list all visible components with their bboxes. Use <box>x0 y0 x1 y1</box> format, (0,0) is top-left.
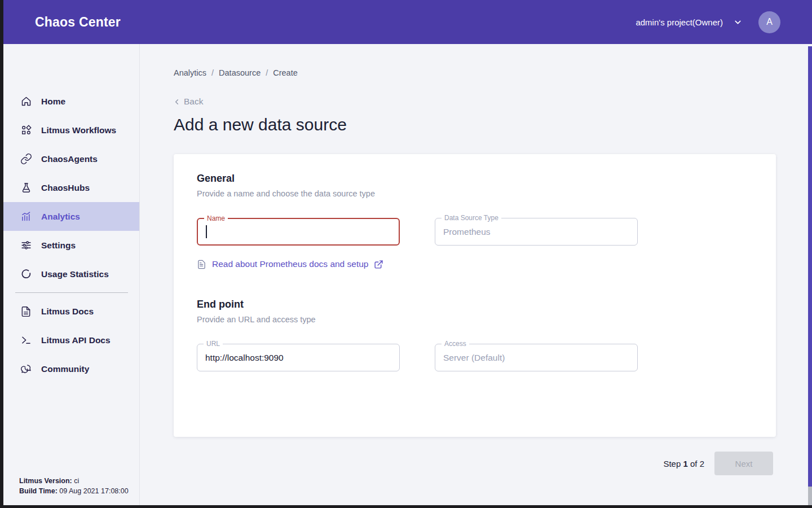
link-icon <box>19 152 33 166</box>
back-button[interactable]: Back <box>173 97 203 107</box>
breadcrumb-analytics[interactable]: Analytics <box>174 68 206 77</box>
general-section-heading: General <box>197 173 753 185</box>
sidebar-item-label: ChaosAgents <box>41 154 98 164</box>
page-title: Add a new data source <box>174 115 347 134</box>
sidebar-item-label: Community <box>41 364 89 374</box>
document-icon <box>19 305 33 318</box>
sidebar-item-label: ChaosHubs <box>41 183 90 193</box>
file-text-icon <box>197 260 206 269</box>
scrollbar-thumb[interactable] <box>808 46 812 487</box>
access-input-label: Access <box>442 340 469 348</box>
breadcrumb-datasource[interactable]: Datasource <box>219 68 261 77</box>
sidebar-item-community[interactable]: Community <box>3 354 139 383</box>
prometheus-docs-link[interactable]: Read about Prometheus docs and setup <box>197 257 753 271</box>
scrollbar-track[interactable] <box>808 44 812 505</box>
version-label: Litmus Version: <box>19 477 72 485</box>
endpoint-section-heading: End point <box>197 299 753 310</box>
general-section-subtitle: Provide a name and choose the data sourc… <box>197 189 753 198</box>
home-icon <box>19 95 33 108</box>
breadcrumb: Analytics / Datasource / Create <box>174 68 298 77</box>
access-input[interactable]: Access Server (Default) <box>435 344 638 371</box>
data-source-type-input[interactable]: Data Source Type Prometheus <box>435 218 638 246</box>
sidebar-item-label: Litmus Docs <box>41 306 94 317</box>
workflows-icon <box>19 124 33 137</box>
name-input[interactable]: Name <box>197 218 400 246</box>
name-input-label: Name <box>204 214 228 222</box>
sidebar-item-chaoshubs[interactable]: ChaosHubs <box>3 173 139 202</box>
build-info: Litmus Version: ci Build Time: 09 Aug 20… <box>19 476 129 496</box>
step-suffix: of 2 <box>688 459 704 468</box>
back-label: Back <box>184 97 203 107</box>
sidebar-item-litmus-api-docs[interactable]: Litmus API Docs <box>3 326 139 354</box>
endpoint-section-subtitle: Provide an URL and access type <box>197 315 753 324</box>
sidebar-divider <box>15 292 128 293</box>
scrollbar-corner <box>808 487 812 505</box>
breadcrumb-create[interactable]: Create <box>273 68 298 77</box>
window-edge-left <box>0 0 3 508</box>
sidebar-item-litmus-docs[interactable]: Litmus Docs <box>3 297 139 326</box>
next-button[interactable]: Next <box>714 452 773 475</box>
text-caret <box>206 225 207 238</box>
main-content: Analytics / Datasource / Create Back Add… <box>140 44 808 505</box>
sidebar-item-usage-statistics[interactable]: Usage Statistics <box>3 260 139 288</box>
chevron-left-icon <box>173 98 181 106</box>
app-header: Chaos Center admin's project(Owner) A <box>0 0 812 44</box>
step-prefix: Step <box>663 459 683 468</box>
project-selector-label[interactable]: admin's project(Owner) <box>636 17 723 27</box>
sidebar-item-label: Analytics <box>41 212 80 222</box>
window-edge-bottom <box>0 505 812 508</box>
url-input-label: URL <box>204 340 223 348</box>
avatar-letter: A <box>766 17 773 27</box>
data-source-type-label: Data Source Type <box>442 214 501 222</box>
version-value: ci <box>72 477 80 485</box>
sidebar-item-label: Home <box>41 97 65 107</box>
analytics-icon <box>19 210 33 224</box>
data-source-type-value: Prometheus <box>443 227 491 237</box>
breadcrumb-separator: / <box>211 68 214 77</box>
docs-link-label: Read about Prometheus docs and setup <box>212 259 368 269</box>
sidebar-item-litmus-workflows[interactable]: Litmus Workflows <box>3 116 139 144</box>
terminal-icon <box>19 334 33 347</box>
breadcrumb-separator: / <box>266 68 268 77</box>
sidebar-item-label: Settings <box>41 240 76 251</box>
step-current: 1 <box>683 459 687 468</box>
sliders-icon <box>19 239 33 252</box>
step-indicator: Step 1 of 2 <box>663 459 704 468</box>
external-link-icon <box>374 260 383 269</box>
url-input-value: http://localhost:9090 <box>205 353 284 363</box>
sidebar-item-label: Litmus API Docs <box>41 335 111 345</box>
sidebar-item-label: Litmus Workflows <box>41 125 116 135</box>
sidebar-item-label: Usage Statistics <box>41 269 109 279</box>
sidebar-item-chaosagents[interactable]: ChaosAgents <box>3 144 139 173</box>
datasource-form-card: General Provide a name and choose the da… <box>174 154 776 437</box>
url-input[interactable]: URL http://localhost:9090 <box>197 344 400 371</box>
sidebar-item-analytics[interactable]: Analytics <box>3 202 139 231</box>
sidebar-item-home[interactable]: Home <box>3 87 139 116</box>
avatar[interactable]: A <box>758 11 780 33</box>
usage-circle-icon <box>19 268 33 281</box>
chat-bubbles-icon <box>19 362 33 376</box>
wizard-footer: Step 1 of 2 Next <box>663 452 773 475</box>
chevron-down-icon[interactable] <box>733 17 743 27</box>
flask-icon <box>19 181 33 195</box>
access-input-value: Server (Default) <box>443 353 505 363</box>
app-title: Chaos Center <box>35 15 121 30</box>
sidebar-item-settings[interactable]: Settings <box>3 231 139 260</box>
build-time-label: Build Time: <box>19 487 58 495</box>
sidebar: Home Litmus Workflows ChaosAgents ChaosH… <box>3 44 140 505</box>
build-time-value: 09 Aug 2021 17:08:00 <box>58 487 129 495</box>
